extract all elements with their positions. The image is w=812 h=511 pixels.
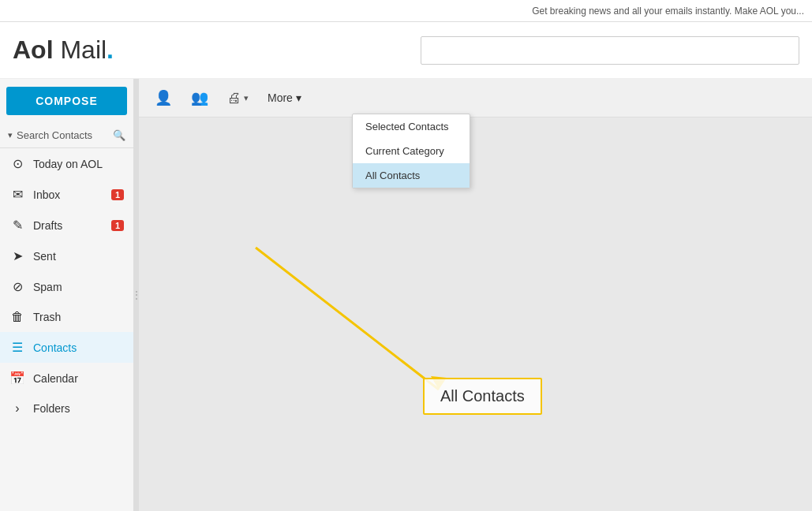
sidebar-item-drafts-label: Drafts	[33, 219, 62, 232]
dropdown-selected-label: Selected Contacts	[365, 121, 449, 132]
sidebar-item-folders[interactable]: › Folders	[0, 394, 133, 423]
drafts-badge: 1	[111, 220, 124, 231]
sidebar-item-sent-label: Sent	[33, 250, 56, 263]
sidebar-item-inbox-label: Inbox	[33, 188, 60, 201]
logo-dot: .	[107, 35, 114, 64]
more-dropdown-menu: Selected Contacts Current Category All C…	[352, 114, 470, 188]
add-contact-button[interactable]: 👤	[148, 85, 178, 110]
folders-icon: ›	[9, 401, 25, 416]
print-icon: 🖨	[227, 90, 241, 106]
add-group-button[interactable]: 👥	[185, 85, 215, 110]
more-label: More	[268, 91, 293, 104]
logo-aol: Aol	[13, 35, 54, 64]
more-dropdown-arrow: ▾	[296, 91, 301, 104]
search-input[interactable]	[421, 36, 799, 65]
sidebar-item-calendar[interactable]: 📅 Calendar	[0, 363, 133, 394]
spam-icon: ⊘	[9, 279, 25, 294]
sidebar: COMPOSE ▾ Search Contacts 🔍 ⊙ Today on A…	[0, 79, 134, 511]
dropdown-current-label: Current Category	[365, 145, 444, 157]
toolbar: 👤 👥 🖨 ▾ More ▾ Selected Contacts Current…	[139, 79, 812, 117]
sidebar-item-spam-label: Spam	[33, 281, 62, 293]
search-contacts-label: Search Contacts	[17, 129, 92, 141]
sent-icon: ➤	[9, 248, 25, 263]
sidebar-item-sent[interactable]: ➤ Sent	[0, 241, 133, 271]
sidebar-item-today-label: Today on AOL	[33, 158, 103, 170]
sidebar-item-spam[interactable]: ⊘ Spam	[0, 271, 133, 302]
all-contacts-callout: All Contacts	[423, 378, 542, 415]
search-contacts[interactable]: ▾ Search Contacts 🔍	[0, 123, 133, 148]
callout-label: All Contacts	[440, 387, 525, 405]
logo-mail: Mail	[54, 35, 107, 64]
inbox-badge: 1	[111, 189, 124, 200]
content-wrapper: 👤 👥 🖨 ▾ More ▾ Selected Contacts Current…	[139, 79, 812, 511]
dropdown-all-label: All Contacts	[365, 170, 420, 181]
sidebar-item-trash-label: Trash	[33, 311, 61, 323]
sidebar-item-calendar-label: Calendar	[33, 372, 78, 385]
sidebar-item-today[interactable]: ⊙ Today on AOL	[0, 148, 133, 179]
compose-button[interactable]: COMPOSE	[6, 87, 127, 115]
header: Aol Mail.	[0, 22, 812, 79]
inbox-icon: ✉	[9, 187, 25, 202]
calendar-icon: 📅	[9, 371, 25, 386]
main-content: All Contacts	[139, 117, 812, 511]
contacts-icon: ☰	[9, 340, 25, 355]
sidebar-item-drafts[interactable]: ✎ Drafts 1	[0, 210, 133, 241]
banner-text: Get breaking news and all your emails in…	[532, 6, 804, 17]
top-banner: Get breaking news and all your emails in…	[0, 0, 812, 22]
drafts-icon: ✎	[9, 218, 25, 233]
trash-icon: 🗑	[9, 310, 25, 324]
sidebar-item-folders-label: Folders	[33, 402, 70, 415]
add-group-icon: 👥	[191, 89, 208, 106]
today-icon: ⊙	[9, 156, 25, 171]
add-contact-icon: 👤	[155, 89, 172, 106]
sidebar-item-contacts[interactable]: ☰ Contacts	[0, 332, 133, 363]
search-chevron-icon: ▾	[8, 130, 13, 140]
print-button[interactable]: 🖨 ▾	[221, 86, 255, 110]
more-button[interactable]: More ▾	[261, 88, 308, 108]
logo: Aol Mail.	[13, 35, 114, 65]
search-icon: 🔍	[113, 129, 125, 141]
sidebar-item-contacts-label: Contacts	[33, 341, 77, 354]
app-body: COMPOSE ▾ Search Contacts 🔍 ⊙ Today on A…	[0, 79, 812, 511]
dropdown-item-selected[interactable]: Selected Contacts	[353, 114, 470, 139]
sidebar-item-trash[interactable]: 🗑 Trash	[0, 302, 133, 332]
dropdown-item-all[interactable]: All Contacts	[353, 163, 470, 188]
print-dropdown-arrow: ▾	[244, 93, 249, 103]
sidebar-item-inbox[interactable]: ✉ Inbox 1	[0, 179, 133, 210]
annotation-arrow	[139, 117, 812, 511]
svg-line-0	[256, 248, 439, 390]
dropdown-item-current[interactable]: Current Category	[353, 139, 470, 163]
